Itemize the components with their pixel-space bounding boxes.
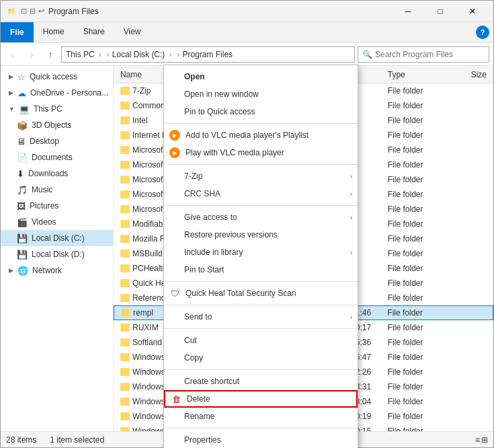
file-type: File folder [384, 190, 450, 199]
file-type: File folder [384, 397, 450, 406]
sidebar-item-local-disk-d[interactable]: 💾 Local Disk (D:) [1, 246, 113, 262]
file-type: File folder [384, 293, 450, 303]
ctx-give-access[interactable]: Give access to › [164, 209, 358, 226]
sidebar-label-local-c: Local Disk (C:) [32, 233, 85, 243]
ctx-delete[interactable]: 🗑 Delete [164, 390, 358, 408]
ctx-send-to-label: Send to [184, 312, 345, 322]
window-title: Program Files [48, 7, 99, 16]
search-input[interactable] [375, 50, 485, 59]
submenu-arrow-crc: › [350, 190, 352, 198]
sidebar-item-music[interactable]: 🎵 Music [1, 182, 113, 198]
file-type: File folder [384, 175, 450, 184]
ribbon: File Home Share View ? [1, 22, 493, 43]
ctx-open-new-window[interactable]: Open in new window [164, 85, 358, 103]
title-bar: 📁 ⊡ ⊟ ↩ Program Files ─ □ ✕ [1, 1, 493, 22]
sidebar-item-onedrive[interactable]: ▶ ☁ OneDrive - Persona... [1, 85, 113, 101]
forward-button[interactable]: › [24, 46, 40, 63]
tab-file[interactable]: File [1, 22, 34, 42]
path-local: Local Disk (C:) [112, 50, 175, 59]
ctx-open[interactable]: Open [164, 68, 358, 85]
file-type: File folder [384, 278, 450, 288]
ctx-send-to[interactable]: Send to › [164, 308, 358, 326]
ctx-crc-sha[interactable]: CRC SHA › [164, 185, 358, 202]
col-header-type[interactable]: Type [384, 70, 450, 79]
sidebar-label-local-d: Local Disk (D:) [32, 250, 85, 259]
tray-icons: ≡ ⊞ [475, 435, 488, 445]
selected-count: 1 item selected [50, 435, 104, 445]
ctx-properties[interactable]: Properties [164, 431, 358, 448]
up-button[interactable]: ↑ [42, 46, 58, 63]
item-count: 28 items [6, 435, 36, 445]
ctx-rename[interactable]: Rename [164, 408, 358, 425]
sidebar-label-this-pc: This PC [34, 104, 63, 114]
ctx-pin-quick-access-label: Pin to Quick access [184, 107, 352, 116]
sidebar-item-videos[interactable]: 🎬 Videos [1, 214, 113, 230]
maximize-button[interactable]: □ [425, 1, 456, 22]
minimize-button[interactable]: ─ [393, 1, 423, 22]
vlc-play-icon: ▶ [169, 147, 180, 158]
sidebar-item-documents[interactable]: 📄 Documents [1, 149, 113, 165]
disk-icon-c: 💾 [17, 233, 28, 244]
sidebar-item-pictures[interactable]: 🖼 Pictures [1, 198, 113, 214]
ctx-sep2 [164, 164, 358, 165]
path-program-files: Program Files [182, 50, 233, 59]
star-icon: ☆ [17, 72, 26, 82]
title-bar-icons: ⊡ ⊟ ↩ [21, 7, 44, 15]
back-button[interactable]: ‹ [5, 46, 21, 63]
address-path[interactable]: This PC › Local Disk (C:) › Program File… [61, 46, 355, 63]
address-bar: ‹ › ↑ This PC › Local Disk (C:) › Progra… [1, 43, 493, 66]
folder-icon [120, 87, 130, 95]
ctx-vlc-playlist[interactable]: ▶ Add to VLC media player's Playlist [164, 126, 358, 144]
help-icon[interactable]: ? [476, 26, 489, 39]
folder-icon-docs: 📄 [17, 153, 28, 163]
file-type: File folder [384, 234, 450, 244]
ctx-give-access-label: Give access to [184, 213, 345, 222]
ribbon-tabs: File Home Share View ? [1, 22, 493, 42]
detail-view-icon[interactable]: ⊞ [481, 435, 488, 445]
ctx-vlc-playlist-label: Add to VLC media player's Playlist [186, 130, 352, 140]
file-type: File folder [384, 130, 450, 140]
ctx-cut-label: Cut [184, 336, 352, 345]
ctx-create-shortcut[interactable]: Create shortcut [164, 373, 358, 390]
ctx-copy[interactable]: Copy [164, 349, 358, 367]
sidebar: ▶ ☆ Quick access ▶ ☁ OneDrive - Persona.… [1, 66, 114, 431]
close-button[interactable]: ✕ [457, 1, 488, 22]
ctx-vlc-play[interactable]: ▶ Play with VLC media player [164, 144, 358, 161]
sidebar-label-3d: 3D Objects [32, 120, 71, 130]
context-menu: Open Open in new window Pin to Quick acc… [163, 65, 358, 448]
ctx-include-library[interactable]: Include in library › [164, 244, 358, 261]
sidebar-item-this-pc[interactable]: ▼ 💻 This PC [1, 101, 113, 117]
file-type: File folder [384, 219, 450, 229]
sidebar-item-downloads[interactable]: ⬇ Downloads [1, 165, 113, 182]
ctx-pin-quick-access[interactable]: Pin to Quick access [164, 103, 358, 120]
ctx-7zip[interactable]: 7-Zip › [164, 167, 358, 185]
file-type: File folder [384, 264, 450, 273]
path-this-pc: This PC [66, 50, 104, 59]
folder-icon [120, 294, 130, 302]
search-box[interactable]: 🔍 [358, 46, 489, 63]
tab-home[interactable]: Home [34, 22, 74, 42]
sidebar-item-network[interactable]: ▶ 🌐 Network [1, 262, 113, 278]
ctx-cut[interactable]: Cut [164, 332, 358, 349]
submenu-arrow-7zip: › [350, 173, 352, 180]
ctx-restore-previous[interactable]: Restore previous versions [164, 226, 358, 244]
sidebar-label-quick-access: Quick access [30, 72, 77, 81]
ctx-restore-label: Restore previous versions [184, 230, 352, 239]
sidebar-item-quick-access[interactable]: ▶ ☆ Quick access [1, 69, 113, 85]
sidebar-item-desktop[interactable]: 🖥 Desktop [1, 133, 113, 149]
expand-icon-pc: ▼ [9, 106, 15, 112]
ctx-properties-label: Properties [184, 435, 352, 445]
ctx-quick-heal[interactable]: 🛡 Quick Heal Total Security Scan [164, 285, 358, 302]
file-type: File folder [384, 160, 450, 170]
folder-icon [120, 383, 130, 391]
sidebar-label-music: Music [32, 185, 52, 194]
col-header-size[interactable]: Size [450, 70, 491, 79]
sidebar-item-3d-objects[interactable]: 📦 3D Objects [1, 117, 113, 133]
tb-icon1: ⊡ [21, 7, 27, 15]
folder-icon [120, 427, 130, 431]
tab-view[interactable]: View [114, 22, 151, 42]
sidebar-item-local-disk-c[interactable]: 💾 Local Disk (C:) [1, 230, 113, 246]
ctx-pin-start[interactable]: Pin to Start [164, 261, 358, 278]
list-view-icon[interactable]: ≡ [475, 435, 480, 445]
tab-share[interactable]: Share [74, 22, 114, 42]
